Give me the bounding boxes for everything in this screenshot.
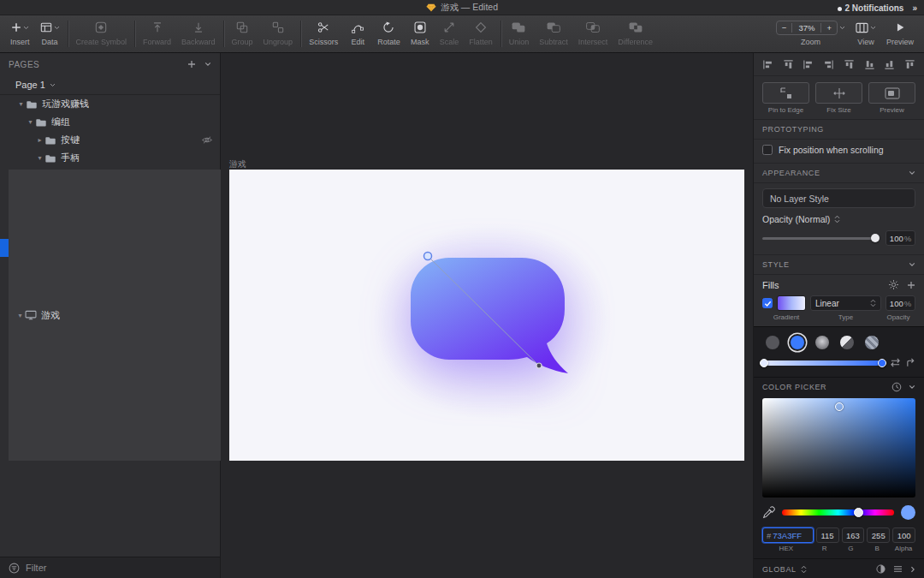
fix-position-checkbox[interactable] <box>762 145 773 155</box>
gradient-start-handle[interactable] <box>424 253 432 260</box>
disclosure-triangle-icon[interactable]: ▸ <box>35 136 44 144</box>
toolbar-difference-button[interactable]: Difference <box>613 15 658 52</box>
canvas-area[interactable]: 游戏 <box>221 53 753 578</box>
align-left-icon[interactable] <box>803 59 814 70</box>
disclosure-triangle-icon[interactable]: ▾ <box>15 312 25 319</box>
align-center-h-icon[interactable] <box>844 59 855 70</box>
fill-type-dropdown[interactable]: Linear <box>810 295 881 311</box>
add-page-button[interactable] <box>187 60 196 69</box>
appearance-circle-icon[interactable] <box>876 564 886 574</box>
toolbar-forward-button[interactable]: Forward <box>138 15 176 52</box>
toolbar-backward-button[interactable]: Backward <box>176 15 221 52</box>
toolbar-group-button[interactable]: Group <box>227 15 258 52</box>
layer-style-dropdown[interactable]: No Layer Style <box>762 188 915 208</box>
fill-opacity-field[interactable]: 100% <box>886 295 915 311</box>
notifications-status[interactable]: 2 Notifications <box>838 3 904 13</box>
zoom-in-button[interactable]: + <box>820 23 837 33</box>
stepper-updown-icon[interactable] <box>834 215 840 223</box>
toolbar-scissors-button[interactable]: Scissors <box>304 15 343 52</box>
main-toolbar: Insert Data Create Symbol Forward Backwa… <box>0 15 924 53</box>
artboard[interactable] <box>229 170 744 461</box>
align-right-icon[interactable] <box>823 59 834 70</box>
layer-row-group[interactable]: ▾ 玩游戏赚钱 <box>0 95 220 113</box>
gradient-stop-end-knob[interactable] <box>878 359 886 367</box>
gradient-swatch[interactable] <box>777 295 806 311</box>
collapse-chevron-icon[interactable] <box>909 262 915 267</box>
collapse-chevron-icon[interactable] <box>909 170 915 176</box>
reverse-gradient-icon[interactable] <box>890 358 901 367</box>
stepper-updown-icon[interactable] <box>801 565 807 574</box>
gradient-end-handle[interactable] <box>536 363 542 368</box>
layer-filter-input[interactable]: Filter <box>0 557 220 578</box>
pin-to-edge-option[interactable]: Pin to Edge <box>762 82 809 114</box>
toolbar-mask-button[interactable]: Mask <box>406 15 435 52</box>
hue-slider-knob[interactable] <box>854 508 863 517</box>
fill-kind-pattern-button[interactable] <box>865 336 879 349</box>
opacity-slider[interactable] <box>762 237 879 240</box>
toolbar-preview-button[interactable]: Preview <box>881 15 919 52</box>
fill-kind-angular-gradient-button[interactable] <box>840 336 854 349</box>
resizing-preview-option[interactable]: Preview <box>868 82 915 114</box>
toolbar-subtract-button[interactable]: Subtract <box>534 15 573 52</box>
align-bottom-icon[interactable] <box>904 59 915 70</box>
hue-slider[interactable] <box>782 509 894 515</box>
resizing-options: Pin to Edge Fix Size Preview <box>754 76 924 120</box>
collapse-chevron-icon[interactable] <box>909 384 915 390</box>
alpha-input[interactable]: 100 <box>892 527 915 543</box>
hex-input[interactable]: # 73A3FF <box>762 527 814 543</box>
eyedropper-icon[interactable] <box>762 506 775 519</box>
opacity-value-field[interactable]: 100% <box>886 230 915 246</box>
toolbar-create-symbol-button[interactable]: Create Symbol <box>71 15 133 52</box>
gradient-stop-start-knob[interactable] <box>760 359 768 367</box>
toolbar-rotate-button[interactable]: Rotate <box>372 15 406 52</box>
layer-row-group[interactable]: ▸ 按键 <box>0 131 220 149</box>
fill-kind-linear-gradient-button[interactable] <box>791 336 804 349</box>
layer-row-group[interactable]: ▾ 编组 <box>0 113 220 131</box>
list-view-icon[interactable] <box>893 565 903 573</box>
toolbar-view-button[interactable]: View <box>850 15 881 52</box>
recent-colors-clock-icon[interactable] <box>891 382 902 392</box>
fix-position-setting[interactable]: Fix position when scrolling <box>754 140 924 164</box>
fill-enabled-checkbox[interactable] <box>762 298 773 308</box>
align-top-icon[interactable] <box>884 59 895 70</box>
page-item[interactable]: Page 1 <box>0 75 220 95</box>
fill-kind-radial-gradient-button[interactable] <box>815 336 829 349</box>
disclosure-triangle-icon[interactable]: ▾ <box>35 154 44 162</box>
opacity-control-row: 100% <box>754 224 924 255</box>
add-fill-button[interactable] <box>907 281 915 289</box>
disclosure-triangle-icon[interactable]: ▾ <box>16 100 26 108</box>
hidden-eye-icon[interactable] <box>201 135 213 145</box>
pin-to-edge-icon <box>779 86 793 100</box>
zoom-out-button[interactable]: − <box>777 23 793 33</box>
toolbar-edit-button[interactable]: Edit <box>343 15 372 52</box>
rotate-gradient-icon[interactable] <box>906 358 915 367</box>
layer-row-group[interactable]: ▾ 手柄 <box>0 149 220 167</box>
artboard-title[interactable]: 游戏 <box>229 158 246 170</box>
toolbar-union-button[interactable]: Union <box>504 15 535 52</box>
distribute-vertically-icon[interactable] <box>783 59 794 70</box>
toolbar-insert-button[interactable]: Insert <box>5 15 35 52</box>
gear-icon[interactable] <box>888 279 899 290</box>
blue-input[interactable]: 255 <box>867 527 890 543</box>
distribute-horizontally-icon[interactable] <box>762 59 773 70</box>
fill-kind-solid-button[interactable] <box>766 336 779 349</box>
menu-overflow-chevrons[interactable]: » <box>912 3 917 13</box>
toolbar-intersect-button[interactable]: Intersect <box>573 15 613 52</box>
opacity-slider-knob[interactable] <box>871 234 880 242</box>
saturation-brightness-field[interactable] <box>762 398 915 498</box>
disclosure-triangle-icon[interactable]: ▾ <box>26 118 35 126</box>
toolbar-data-button[interactable]: Data <box>35 15 65 52</box>
toolbar-zoom-control[interactable]: − 37% + Zoom <box>771 15 850 52</box>
toolbar-ungroup-button[interactable]: Ungroup <box>258 15 299 52</box>
pages-collapse-chevron-icon[interactable] <box>204 62 211 67</box>
toolbar-scale-button[interactable]: Scale <box>435 15 465 52</box>
align-center-v-icon[interactable] <box>864 59 875 70</box>
chevron-right-icon[interactable] <box>910 566 915 573</box>
red-input[interactable]: 115 <box>816 527 839 543</box>
green-input[interactable]: 163 <box>842 527 865 543</box>
fix-size-option[interactable]: Fix Size <box>815 82 862 114</box>
color-field-knob[interactable] <box>835 402 844 411</box>
toolbar-separator <box>500 21 501 47</box>
toolbar-flatten-button[interactable]: Flatten <box>464 15 498 52</box>
gradient-bar[interactable] <box>762 361 884 366</box>
